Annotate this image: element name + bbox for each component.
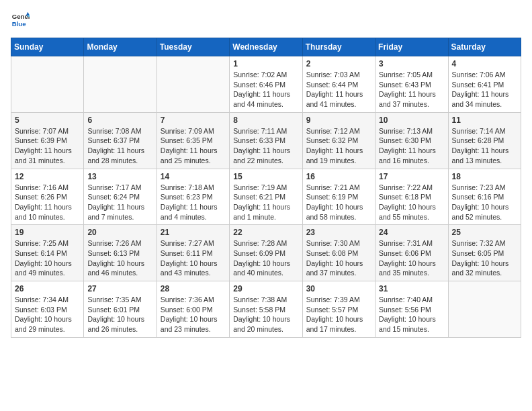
- calendar-cell: 14Sunrise: 7:18 AMSunset: 6:23 PMDayligh…: [157, 169, 229, 225]
- day-number: 7: [161, 116, 226, 125]
- day-info: Sunrise: 7:19 AMSunset: 6:21 PMDaylight:…: [233, 183, 298, 222]
- col-header-sunday: Sunday: [11, 38, 84, 56]
- day-number: 3: [379, 59, 444, 68]
- calendar-cell: 27Sunrise: 7:35 AMSunset: 6:01 PMDayligh…: [84, 281, 157, 338]
- calendar-cell: 12Sunrise: 7:16 AMSunset: 6:26 PMDayligh…: [11, 169, 84, 225]
- day-number: 2: [306, 59, 371, 68]
- page-header: General Blue: [11, 11, 521, 30]
- day-number: 25: [452, 228, 517, 237]
- day-info: Sunrise: 7:25 AMSunset: 6:14 PMDaylight:…: [15, 238, 80, 278]
- day-number: 11: [452, 116, 517, 125]
- calendar-cell: 15Sunrise: 7:19 AMSunset: 6:21 PMDayligh…: [230, 169, 302, 225]
- calendar-cell: 13Sunrise: 7:17 AMSunset: 6:24 PMDayligh…: [84, 169, 157, 225]
- calendar-cell: 5Sunrise: 7:07 AMSunset: 6:39 PMDaylight…: [11, 112, 84, 169]
- day-info: Sunrise: 7:23 AMSunset: 6:16 PMDaylight:…: [452, 183, 517, 222]
- day-number: 22: [233, 228, 298, 237]
- day-number: 1: [233, 59, 298, 68]
- calendar-cell: 4Sunrise: 7:06 AMSunset: 6:41 PMDaylight…: [448, 56, 521, 113]
- calendar-row: 5Sunrise: 7:07 AMSunset: 6:39 PMDaylight…: [11, 112, 521, 169]
- day-number: 4: [452, 59, 517, 68]
- day-info: Sunrise: 7:08 AMSunset: 6:37 PMDaylight:…: [87, 126, 152, 166]
- calendar-row: 26Sunrise: 7:34 AMSunset: 6:03 PMDayligh…: [11, 281, 521, 338]
- logo-icon: General Blue: [11, 11, 30, 30]
- calendar-cell: 25Sunrise: 7:32 AMSunset: 6:05 PMDayligh…: [448, 225, 521, 281]
- calendar-cell: 30Sunrise: 7:39 AMSunset: 5:57 PMDayligh…: [302, 281, 375, 338]
- calendar-cell: [157, 56, 229, 113]
- day-info: Sunrise: 7:07 AMSunset: 6:39 PMDaylight:…: [15, 126, 80, 166]
- calendar-cell: 29Sunrise: 7:38 AMSunset: 5:58 PMDayligh…: [230, 281, 302, 338]
- calendar-cell: 24Sunrise: 7:31 AMSunset: 6:06 PMDayligh…: [375, 225, 448, 281]
- calendar-cell: 31Sunrise: 7:40 AMSunset: 5:56 PMDayligh…: [375, 281, 448, 338]
- day-info: Sunrise: 7:18 AMSunset: 6:23 PMDaylight:…: [161, 183, 226, 222]
- col-header-wednesday: Wednesday: [230, 38, 302, 56]
- day-number: 27: [87, 284, 152, 293]
- day-info: Sunrise: 7:39 AMSunset: 5:57 PMDaylight:…: [306, 295, 371, 334]
- day-number: 24: [379, 228, 444, 237]
- calendar-cell: 17Sunrise: 7:22 AMSunset: 6:18 PMDayligh…: [375, 169, 448, 225]
- day-number: 18: [452, 172, 517, 181]
- day-info: Sunrise: 7:30 AMSunset: 6:08 PMDaylight:…: [306, 238, 371, 278]
- day-info: Sunrise: 7:27 AMSunset: 6:11 PMDaylight:…: [161, 238, 226, 278]
- day-number: 29: [233, 284, 298, 293]
- day-number: 23: [306, 228, 371, 237]
- day-info: Sunrise: 7:02 AMSunset: 6:46 PMDaylight:…: [233, 70, 298, 109]
- calendar-table: SundayMondayTuesdayWednesdayThursdayFrid…: [11, 38, 521, 338]
- day-info: Sunrise: 7:22 AMSunset: 6:18 PMDaylight:…: [379, 183, 444, 222]
- day-number: 10: [379, 116, 444, 125]
- day-number: 16: [306, 172, 371, 181]
- day-info: Sunrise: 7:17 AMSunset: 6:24 PMDaylight:…: [87, 183, 152, 222]
- day-number: 21: [161, 228, 226, 237]
- day-number: 30: [306, 284, 371, 293]
- calendar-cell: 28Sunrise: 7:36 AMSunset: 6:00 PMDayligh…: [157, 281, 229, 338]
- calendar-cell: 2Sunrise: 7:03 AMSunset: 6:44 PMDaylight…: [302, 56, 375, 113]
- day-info: Sunrise: 7:26 AMSunset: 6:13 PMDaylight:…: [87, 238, 152, 278]
- calendar-cell: 23Sunrise: 7:30 AMSunset: 6:08 PMDayligh…: [302, 225, 375, 281]
- calendar-row: 19Sunrise: 7:25 AMSunset: 6:14 PMDayligh…: [11, 225, 521, 281]
- calendar-cell: 21Sunrise: 7:27 AMSunset: 6:11 PMDayligh…: [157, 225, 229, 281]
- day-info: Sunrise: 7:31 AMSunset: 6:06 PMDaylight:…: [379, 238, 444, 278]
- day-info: Sunrise: 7:05 AMSunset: 6:43 PMDaylight:…: [379, 70, 444, 109]
- day-info: Sunrise: 7:28 AMSunset: 6:09 PMDaylight:…: [233, 238, 298, 278]
- day-number: 5: [15, 116, 80, 125]
- day-number: 19: [15, 228, 80, 237]
- day-info: Sunrise: 7:34 AMSunset: 6:03 PMDaylight:…: [15, 295, 80, 334]
- day-info: Sunrise: 7:11 AMSunset: 6:33 PMDaylight:…: [233, 126, 298, 166]
- day-number: 20: [87, 228, 152, 237]
- col-header-saturday: Saturday: [448, 38, 521, 56]
- day-number: 31: [379, 284, 444, 293]
- day-info: Sunrise: 7:32 AMSunset: 6:05 PMDaylight:…: [452, 238, 517, 278]
- day-number: 26: [15, 284, 80, 293]
- day-info: Sunrise: 7:16 AMSunset: 6:26 PMDaylight:…: [15, 183, 80, 222]
- day-number: 14: [161, 172, 226, 181]
- day-info: Sunrise: 7:36 AMSunset: 6:00 PMDaylight:…: [161, 295, 226, 334]
- col-header-thursday: Thursday: [302, 38, 375, 56]
- calendar-row: 12Sunrise: 7:16 AMSunset: 6:26 PMDayligh…: [11, 169, 521, 225]
- calendar-row: 1Sunrise: 7:02 AMSunset: 6:46 PMDaylight…: [11, 56, 521, 113]
- calendar-cell: 19Sunrise: 7:25 AMSunset: 6:14 PMDayligh…: [11, 225, 84, 281]
- day-number: 8: [233, 116, 298, 125]
- day-info: Sunrise: 7:38 AMSunset: 5:58 PMDaylight:…: [233, 295, 298, 334]
- day-number: 6: [87, 116, 152, 125]
- calendar-cell: [84, 56, 157, 113]
- logo: General Blue: [11, 11, 30, 30]
- day-number: 12: [15, 172, 80, 181]
- calendar-cell: 26Sunrise: 7:34 AMSunset: 6:03 PMDayligh…: [11, 281, 84, 338]
- calendar-cell: 6Sunrise: 7:08 AMSunset: 6:37 PMDaylight…: [84, 112, 157, 169]
- calendar-header-row: SundayMondayTuesdayWednesdayThursdayFrid…: [11, 38, 521, 56]
- day-info: Sunrise: 7:14 AMSunset: 6:28 PMDaylight:…: [452, 126, 517, 166]
- day-number: 9: [306, 116, 371, 125]
- day-number: 28: [161, 284, 226, 293]
- calendar-cell: 22Sunrise: 7:28 AMSunset: 6:09 PMDayligh…: [230, 225, 302, 281]
- calendar-cell: 1Sunrise: 7:02 AMSunset: 6:46 PMDaylight…: [230, 56, 302, 113]
- col-header-friday: Friday: [375, 38, 448, 56]
- calendar-cell: 9Sunrise: 7:12 AMSunset: 6:32 PMDaylight…: [302, 112, 375, 169]
- day-info: Sunrise: 7:13 AMSunset: 6:30 PMDaylight:…: [379, 126, 444, 166]
- day-number: 15: [233, 172, 298, 181]
- day-info: Sunrise: 7:03 AMSunset: 6:44 PMDaylight:…: [306, 70, 371, 109]
- calendar-cell: 16Sunrise: 7:21 AMSunset: 6:19 PMDayligh…: [302, 169, 375, 225]
- col-header-tuesday: Tuesday: [157, 38, 229, 56]
- col-header-monday: Monday: [84, 38, 157, 56]
- calendar-cell: 3Sunrise: 7:05 AMSunset: 6:43 PMDaylight…: [375, 56, 448, 113]
- day-number: 13: [87, 172, 152, 181]
- day-info: Sunrise: 7:09 AMSunset: 6:35 PMDaylight:…: [161, 126, 226, 166]
